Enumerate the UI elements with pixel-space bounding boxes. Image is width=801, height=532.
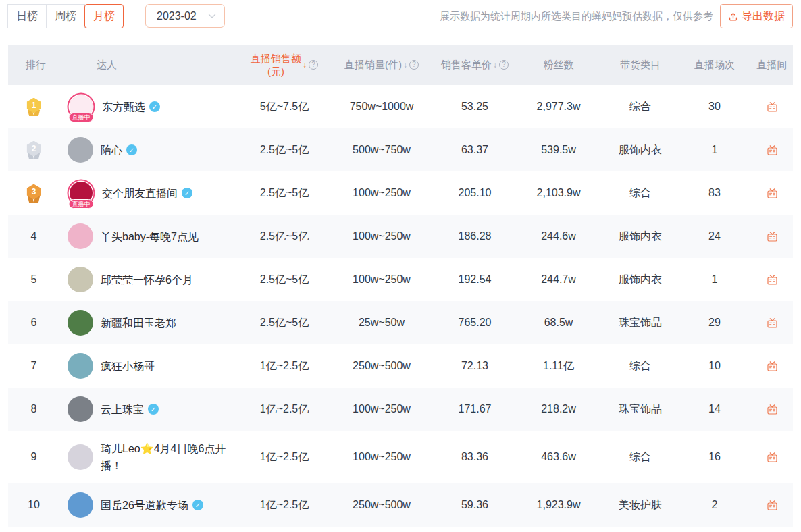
rank-cell: 1 1 (8, 98, 59, 116)
fans-value: 463.6w (515, 451, 602, 463)
export-icon (728, 11, 738, 22)
chevron-down-icon (208, 14, 216, 19)
table-row[interactable]: 9 9 直播中 琦儿Leo⭐4月4日晚6点开播！ ✓ 1亿~2.5亿 100w~… (8, 431, 793, 483)
ranking-table-body: 1 1 直播中 东方甄选 ✓ 5亿~7.5亿 750w~1000w 53.25 … (8, 85, 793, 527)
live-room-icon[interactable] (767, 404, 778, 415)
sessions-value: 24 (678, 230, 751, 242)
live-room-icon[interactable] (767, 188, 778, 199)
fans-value: 2,103.9w (515, 187, 602, 199)
column-header-unit-price[interactable]: 销售客单价 ↓ ? (435, 59, 515, 72)
table-row[interactable]: 7 7 直播中 疯狂小杨哥 ✓ 1亿~2.5亿 250w~500w 72.13 … (8, 344, 793, 388)
talent-cell: 直播中 疯狂小杨哥 ✓ (59, 348, 240, 384)
category-value: 综合 (602, 186, 678, 201)
avatar[interactable]: 直播中 (68, 492, 93, 518)
help-icon[interactable]: ? (309, 60, 318, 70)
talent-name[interactable]: 交个朋友直播间 (102, 176, 178, 211)
volume-value: 250w~500w (328, 499, 435, 511)
category-value: 美妆护肤 (602, 498, 678, 512)
rank-cell: 6 6 (8, 317, 59, 329)
sales-header-line2: (元) (251, 65, 301, 78)
talent-name[interactable]: 新疆和田玉老郑 (101, 305, 176, 341)
talent-name[interactable]: 国岳26号道歉专场 (101, 487, 188, 523)
period-tab[interactable]: 日榜 (7, 4, 47, 28)
talent-cell: 直播中 东方甄选 ✓ (59, 89, 240, 125)
table-row[interactable]: 8 8 直播中 云上珠宝 ✓ 1亿~2.5亿 100w~250w 171.67 … (8, 388, 793, 431)
live-room-icon[interactable] (767, 144, 778, 156)
period-tab[interactable]: 周榜 (46, 4, 85, 28)
column-header-sales[interactable]: 直播销售额 (元) ↓ ? (240, 52, 328, 78)
rank-number: 9 (31, 451, 37, 463)
sessions-value: 30 (678, 101, 751, 113)
sales-value: 2.5亿~5亿 (240, 316, 328, 330)
column-header-sessions: 直播场次 (678, 59, 751, 72)
table-row[interactable]: 1 1 直播中 东方甄选 ✓ 5亿~7.5亿 750w~1000w 53.25 … (8, 85, 793, 128)
sales-value: 1亿~2.5亿 (240, 402, 328, 417)
avatar-image (68, 492, 93, 518)
table-row[interactable]: 4 4 直播中 丫头baby-每晚7点见 ✓ 2.5亿~5亿 100w~250w… (8, 215, 793, 258)
toolbar: 日榜 周榜 月榜 2023-02 展示数据为统计周期内所选类目的蝉妈妈预估数据，… (0, 0, 801, 45)
table-row[interactable]: 6 6 直播中 新疆和田玉老郑 ✓ 2.5亿~5亿 25w~50w 765.20… (8, 301, 793, 344)
talent-cell: 直播中 新疆和田玉老郑 ✓ (59, 305, 240, 341)
sort-desc-icon[interactable]: ↓ (303, 60, 307, 70)
avatar[interactable]: 直播中 (68, 137, 93, 163)
rank-cell: 10 10 (8, 499, 59, 511)
sales-value: 2.5亿~5亿 (240, 230, 328, 244)
avatar[interactable]: 直播中 (68, 267, 93, 292)
rank-medal-icon: 3 (26, 184, 42, 203)
verified-badge-icon: ✓ (182, 188, 192, 198)
category-value: 服饰内衣 (602, 143, 678, 157)
avatar[interactable]: 直播中 (70, 182, 93, 205)
talent-cell: 直播中 邱莹莹一怀孕6个月 ✓ (59, 262, 240, 298)
fans-value: 1.11亿 (515, 359, 602, 373)
live-room-icon[interactable] (767, 101, 778, 113)
sessions-value: 16 (678, 451, 751, 463)
table-row[interactable]: 2 2 直播中 隋心 ✓ 2.5亿~5亿 500w~750w 63.37 539… (8, 128, 793, 171)
talent-cell: 直播中 琦儿Leo⭐4月4日晚6点开播！ ✓ (59, 431, 240, 483)
live-room-icon[interactable] (767, 452, 778, 463)
live-room-icon[interactable] (767, 361, 778, 372)
export-data-label: 导出数据 (742, 9, 785, 24)
avatar[interactable]: 直播中 (68, 444, 93, 470)
verified-badge-icon: ✓ (192, 500, 203, 510)
column-header-volume[interactable]: 直播销量(件) ↓ ? (328, 59, 435, 72)
fans-value: 68.5w (515, 317, 602, 329)
talent-name[interactable]: 疯狂小杨哥 (101, 348, 155, 384)
price-value: 63.37 (435, 144, 515, 156)
avatar[interactable]: 直播中 (68, 396, 93, 422)
export-data-button[interactable]: 导出数据 (720, 4, 793, 28)
date-select[interactable]: 2023-02 (145, 4, 225, 28)
talent-name[interactable]: 隋心 (101, 132, 122, 168)
live-room-icon[interactable] (767, 317, 778, 329)
rank-medal-number: 1 (26, 98, 41, 113)
live-room-icon[interactable] (767, 274, 778, 286)
period-tab[interactable]: 月榜 (84, 4, 124, 28)
live-room-icon[interactable] (767, 500, 778, 511)
avatar[interactable]: 直播中 (68, 353, 93, 379)
talent-name[interactable]: 云上珠宝 (101, 392, 144, 427)
table-row[interactable]: 10 10 直播中 国岳26号道歉专场 ✓ 1亿~2.5亿 250w~500w … (8, 483, 793, 527)
talent-name[interactable]: 丫头baby-每晚7点见 (101, 219, 199, 255)
help-icon[interactable]: ? (499, 60, 509, 70)
avatar[interactable]: 直播中 (68, 223, 93, 249)
talent-name[interactable]: 琦儿Leo⭐4月4日晚6点开播！ (101, 431, 239, 483)
live-room-icon[interactable] (767, 231, 778, 242)
column-header-fans: 粉丝数 (515, 59, 602, 72)
table-row[interactable]: 5 5 直播中 邱莹莹一怀孕6个月 ✓ 2.5亿~5亿 100w~250w 19… (8, 258, 793, 301)
help-icon[interactable]: ? (409, 60, 419, 70)
talent-cell: 直播中 国岳26号道歉专场 ✓ (59, 487, 240, 523)
volume-value: 100w~250w (328, 230, 435, 242)
avatar-image (68, 444, 93, 470)
talent-name[interactable]: 邱莹莹一怀孕6个月 (101, 262, 193, 298)
category-value: 综合 (602, 359, 678, 373)
sessions-value: 14 (678, 403, 751, 415)
sort-desc-icon[interactable]: ↓ (403, 60, 407, 70)
sales-value: 1亿~2.5亿 (240, 359, 328, 373)
sales-header-line1: 直播销售额 (251, 52, 301, 65)
sort-desc-icon[interactable]: ↓ (493, 60, 497, 70)
avatar[interactable]: 直播中 (68, 310, 93, 336)
table-row[interactable]: 3 3 直播中 交个朋友直播间 ✓ 2.5亿~5亿 100w~250w 205.… (8, 171, 793, 215)
talent-name[interactable]: 东方甄选 (102, 89, 145, 125)
avatar-image (68, 267, 93, 292)
avatar[interactable]: 直播中 (70, 95, 93, 118)
price-value: 72.13 (435, 360, 515, 372)
